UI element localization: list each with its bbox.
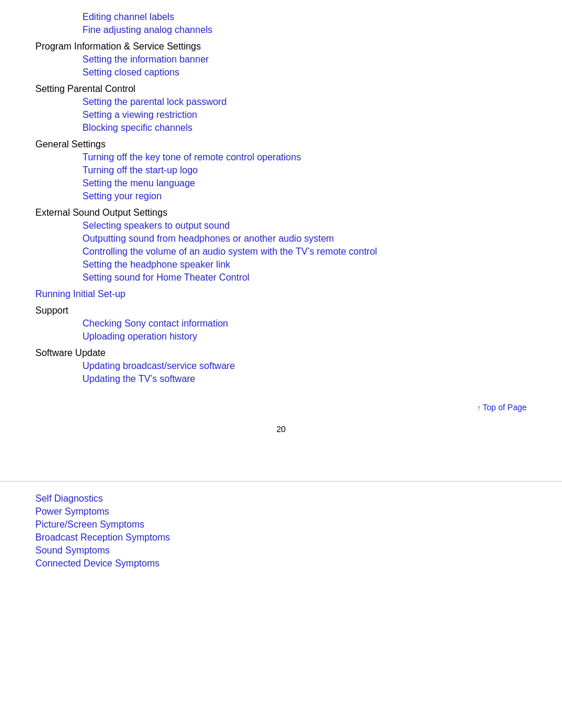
link-picture-screen-symptoms[interactable]: Picture/Screen Symptoms bbox=[35, 519, 527, 530]
link-home-theater-control[interactable]: Setting sound for Home Theater Control bbox=[82, 272, 527, 283]
link-updating-broadcast-software[interactable]: Updating broadcast/service software bbox=[82, 361, 527, 371]
link-parental-lock-password[interactable]: Setting the parental lock password bbox=[82, 97, 527, 107]
top-of-page-label: Top of Page bbox=[482, 403, 527, 412]
link-setting-region[interactable]: Setting your region bbox=[82, 191, 527, 202]
category-external-sound: External Sound Output Settings bbox=[35, 207, 527, 218]
section-general-settings: General Settings Turning off the key ton… bbox=[35, 139, 527, 202]
link-connected-device-symptoms[interactable]: Connected Device Symptoms bbox=[35, 558, 527, 569]
section-external-sound: External Sound Output Settings Selecting… bbox=[35, 207, 527, 283]
link-key-tone[interactable]: Turning off the key tone of remote contr… bbox=[82, 152, 527, 163]
top-indented-links: Editing channel labels Fine adjusting an… bbox=[35, 12, 527, 35]
link-self-diagnostics[interactable]: Self Diagnostics bbox=[35, 493, 527, 504]
section-support: Support Checking Sony contact informatio… bbox=[35, 305, 527, 342]
top-of-page-container: ↑ Top of Page bbox=[35, 402, 527, 413]
section-running-initial: Running Initial Set-up bbox=[35, 289, 527, 299]
section-program-information: Program Information & Service Settings S… bbox=[35, 41, 527, 78]
link-running-initial-setup[interactable]: Running Initial Set-up bbox=[35, 289, 527, 299]
link-viewing-restriction[interactable]: Setting a viewing restriction bbox=[82, 110, 527, 120]
link-editing-channel-labels[interactable]: Editing channel labels bbox=[82, 12, 527, 22]
link-sony-contact[interactable]: Checking Sony contact information bbox=[82, 318, 527, 329]
page-number: 20 bbox=[35, 424, 527, 434]
link-selecting-speakers[interactable]: Selecting speakers to output sound bbox=[82, 220, 527, 231]
link-startup-logo[interactable]: Turning off the start-up logo bbox=[82, 165, 527, 176]
link-setting-information-banner[interactable]: Setting the information banner bbox=[82, 54, 527, 65]
link-headphone-speaker-link[interactable]: Setting the headphone speaker link bbox=[82, 259, 527, 270]
category-support: Support bbox=[35, 305, 527, 316]
link-controlling-volume[interactable]: Controlling the volume of an audio syste… bbox=[82, 246, 527, 257]
section-parental-control: Setting Parental Control Setting the par… bbox=[35, 84, 527, 133]
link-sound-symptoms[interactable]: Sound Symptoms bbox=[35, 545, 527, 556]
link-fine-adjusting-analog-channels[interactable]: Fine adjusting analog channels bbox=[82, 25, 527, 35]
link-menu-language[interactable]: Setting the menu language bbox=[82, 178, 527, 189]
link-updating-tv-software[interactable]: Updating the TV’s software bbox=[82, 374, 527, 384]
category-software-update: Software Update bbox=[35, 348, 527, 358]
top-of-page-link[interactable]: ↑ Top of Page bbox=[477, 403, 527, 412]
link-blocking-specific-channels[interactable]: Blocking specific channels bbox=[82, 123, 527, 133]
category-general-settings: General Settings bbox=[35, 139, 527, 150]
link-setting-closed-captions[interactable]: Setting closed captions bbox=[82, 67, 527, 78]
section-divider bbox=[0, 481, 562, 482]
bottom-section: Self Diagnostics Power Symptoms Picture/… bbox=[0, 493, 562, 569]
link-outputting-headphones[interactable]: Outputting sound from headphones or anot… bbox=[82, 233, 527, 244]
link-uploading-operation-history[interactable]: Uploading operation history bbox=[82, 331, 527, 342]
category-program-information: Program Information & Service Settings bbox=[35, 41, 527, 52]
top-of-page-arrow: ↑ bbox=[477, 404, 481, 412]
link-broadcast-reception-symptoms[interactable]: Broadcast Reception Symptoms bbox=[35, 532, 527, 543]
section-software-update: Software Update Updating broadcast/servi… bbox=[35, 348, 527, 384]
category-parental-control: Setting Parental Control bbox=[35, 84, 527, 94]
link-power-symptoms[interactable]: Power Symptoms bbox=[35, 506, 527, 517]
bottom-links: Self Diagnostics Power Symptoms Picture/… bbox=[35, 493, 527, 569]
